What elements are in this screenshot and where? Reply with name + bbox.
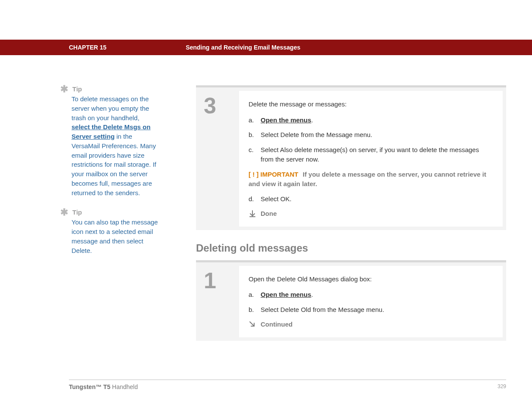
substep-letter: a. [249,115,254,125]
tip-text-pre: To delete messages on the server when yo… [72,95,149,121]
tip-label: Tip [72,85,82,93]
substep-d: d. Select OK. [249,194,493,204]
substep-text: Select Also delete message(s) on server,… [261,146,479,163]
product-name-bold: Tungsten™ T5 [69,383,110,390]
product-name: Tungsten™ T5 Handheld [69,383,138,390]
substep-b: b. Select Delete from the Message menu. [249,130,493,140]
substeps-list-2: d. Select OK. [249,194,493,204]
substep-letter: d. [249,194,254,204]
chapter-label: CHAPTER 15 [69,44,106,51]
tip-heading: ✱ Tip [60,209,159,216]
section-heading-deleting-old: Deleting old messages [196,242,506,254]
substep-a: a. Open the menus. [249,290,493,300]
chapter-title: Sending and Receiving Email Messages [186,44,300,51]
substep-c: c. Select Also delete message(s) on serv… [249,145,493,165]
substep-text: Select Delete Old from the Message menu. [261,306,384,313]
step-number: 3 [196,87,239,230]
tip-heading: ✱ Tip [60,85,159,93]
tip-body: To delete messages on the server when yo… [72,94,159,197]
page-footer: Tungsten™ T5 Handheld 329 [69,380,506,390]
done-row: Done [249,209,493,219]
continued-label: Continued [261,320,292,330]
substeps-list: a. Open the menus. b. Select Delete Old … [249,290,493,314]
continued-arrow-icon [249,321,256,328]
tip-text-pre: You can also tap the message icon next t… [72,218,158,254]
tip-text-post: in the VersaMail Preferences. Many email… [72,133,156,196]
substep-letter: c. [249,145,254,155]
substep-b: b. Select Delete Old from the Message me… [249,305,493,315]
substep-letter: b. [249,305,254,315]
substep-text: Select OK. [261,195,292,202]
substeps-list: a. Open the menus. b. Select Delete from… [249,115,493,165]
done-arrow-icon [249,210,256,218]
step-box-3: 3 Delete the message or messages: a. Ope… [196,85,506,230]
page-number: 329 [498,383,506,390]
done-label: Done [261,209,277,219]
substep-a: a. Open the menus. [249,115,493,125]
tip-block: ✱ Tip You can also tap the message icon … [60,209,159,255]
open-menus-link[interactable]: Open the menus [261,291,311,298]
substep-letter: b. [249,130,254,140]
tip-block: ✱ Tip To delete messages on the server w… [60,85,159,197]
substep-text: Select Delete from the Message menu. [261,131,372,138]
sidebar-tips: ✱ Tip To delete messages on the server w… [60,85,159,266]
open-menus-link[interactable]: Open the menus [261,116,311,124]
step-number: 1 [196,262,239,341]
chapter-header: CHAPTER 15 Sending and Receiving Email M… [0,40,532,55]
continued-row: Continued [249,320,493,330]
step-content: Open the Delete Old Messages dialog box:… [239,266,503,337]
product-name-rest: Handheld [110,383,138,390]
substep-suffix: . [311,291,313,298]
step-lead: Delete the message or messages: [249,100,493,109]
step-lead: Open the Delete Old Messages dialog box: [249,274,493,284]
asterisk-icon: ✱ [60,86,68,92]
substep-suffix: . [311,116,313,124]
step-content: Delete the message or messages: a. Open … [239,91,503,227]
tip-body: You can also tap the message icon next t… [72,218,159,255]
important-badge: [ ! ] IMPORTANT [249,171,299,178]
substep-letter: a. [249,290,254,300]
important-callout: [ ! ] IMPORTANT If you delete a message … [249,170,493,189]
step-box-1: 1 Open the Delete Old Messages dialog bo… [196,260,506,341]
asterisk-icon: ✱ [60,209,68,215]
tip-link-delete-msgs-server[interactable]: select the Delete Msgs on Server setting [72,123,150,140]
main-content: 3 Delete the message or messages: a. Ope… [196,85,506,353]
tip-label: Tip [72,209,82,216]
